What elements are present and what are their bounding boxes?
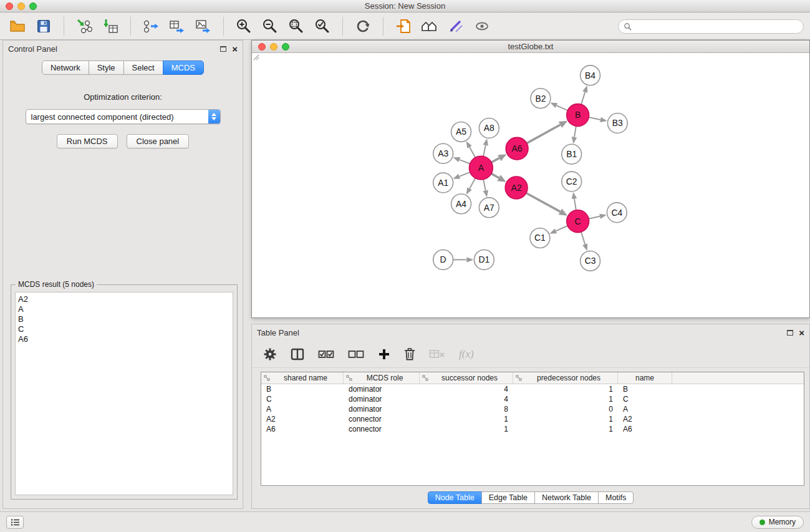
export-network-icon <box>142 17 160 35</box>
column-header-predecessor-nodes[interactable]: predecessor nodes <box>513 372 618 384</box>
memory-label: Memory <box>769 518 796 526</box>
cell-mcds-role[interactable]: connector <box>344 414 420 424</box>
save-session-button[interactable] <box>32 16 55 37</box>
refresh-button[interactable] <box>352 16 374 37</box>
tab-motifs[interactable]: Motifs <box>598 491 634 504</box>
column-header-shared-name[interactable]: shared name <box>261 372 344 384</box>
cell-predecessors[interactable]: 1 <box>513 394 618 404</box>
result-item[interactable]: B <box>18 314 230 324</box>
cell-predecessors[interactable]: 1 <box>513 424 618 434</box>
cell-mcds-role[interactable]: dominator <box>344 404 420 414</box>
session-file-button[interactable] <box>392 16 415 37</box>
result-item[interactable]: A <box>18 304 230 314</box>
close-panel-button[interactable]: Close panel <box>127 134 190 148</box>
tab-mcds[interactable]: MCDS <box>163 60 204 75</box>
tab-select[interactable]: Select <box>123 60 163 75</box>
result-item[interactable]: A6 <box>18 334 230 344</box>
tab-edge-table[interactable]: Edge Table <box>481 491 535 504</box>
delete-column-button[interactable] <box>404 347 415 360</box>
tab-network-table[interactable]: Network Table <box>534 491 599 504</box>
minimize-window-button[interactable] <box>17 2 25 10</box>
deselect-all-rows-button[interactable] <box>348 349 364 359</box>
export-image-button[interactable] <box>192 16 215 37</box>
cell-mcds-role[interactable]: dominator <box>344 394 420 404</box>
add-column-button[interactable] <box>378 348 390 360</box>
column-header-mcds-role[interactable]: MCDS role <box>344 372 420 384</box>
tab-style[interactable]: Style <box>89 60 124 75</box>
float-panel-icon[interactable] <box>220 46 226 52</box>
select-all-rows-button[interactable] <box>318 349 334 359</box>
close-window-button[interactable] <box>6 2 13 10</box>
table-body: B dominator 4 1 B C dominator 4 1 C A do… <box>261 384 804 485</box>
table-row[interactable]: A2 connector 1 1 A2 <box>261 414 804 424</box>
table-settings-button[interactable] <box>263 347 277 361</box>
hide-graphics-details-button[interactable] <box>445 16 467 37</box>
memory-button[interactable]: Memory <box>751 516 804 529</box>
run-mcds-button[interactable]: Run MCDS <box>57 134 118 148</box>
mcds-result-list[interactable]: A2 A B C A6 <box>15 292 233 495</box>
zoom-in-button[interactable] <box>233 16 255 37</box>
cell-successors[interactable]: 4 <box>420 384 513 394</box>
tab-network[interactable]: Network <box>42 60 89 75</box>
cell-successors[interactable]: 1 <box>420 414 513 424</box>
cell-shared-name[interactable]: A <box>261 404 344 414</box>
import-network-button[interactable] <box>73 16 95 37</box>
delete-table-button[interactable] <box>429 349 445 360</box>
network-canvas[interactable]: AA6A2BCA1A3A4A5A7A8B1B2B3B4C1C2C3C4DD1 <box>253 54 809 317</box>
search-input[interactable] <box>635 22 798 31</box>
cell-name[interactable]: B <box>618 384 672 394</box>
criterion-select[interactable]: largest connected component (directed) <box>26 109 221 124</box>
cell-successors[interactable]: 4 <box>420 394 513 404</box>
zoom-selected-button[interactable] <box>311 16 334 37</box>
cell-shared-name[interactable]: A6 <box>261 424 344 434</box>
column-header-name[interactable]: name <box>618 372 672 384</box>
export-table-button[interactable] <box>166 16 188 37</box>
cell-shared-name[interactable]: C <box>261 394 344 404</box>
cell-name[interactable]: A <box>618 404 672 414</box>
cell-shared-name[interactable]: A2 <box>261 414 344 424</box>
search-icon <box>624 22 632 31</box>
cell-mcds-role[interactable]: dominator <box>344 384 420 394</box>
cell-name[interactable]: A6 <box>618 424 672 434</box>
maximize-network-window-button[interactable] <box>282 43 289 51</box>
open-session-button[interactable] <box>6 16 29 37</box>
close-table-panel-icon[interactable]: × <box>799 328 804 337</box>
table-row[interactable]: B dominator 4 1 B <box>261 384 804 394</box>
result-item[interactable]: A2 <box>18 294 230 304</box>
table-row[interactable]: A6 connector 1 1 A6 <box>261 424 804 434</box>
show-columns-button[interactable] <box>291 348 304 360</box>
cell-successors[interactable]: 8 <box>420 404 513 414</box>
cell-successors[interactable]: 1 <box>420 424 513 434</box>
zoom-out-button[interactable] <box>259 16 281 37</box>
cell-name[interactable]: A2 <box>618 414 672 424</box>
show-hide-details-button[interactable] <box>471 16 493 37</box>
cell-shared-name[interactable]: B <box>261 384 344 394</box>
table-row[interactable]: C dominator 4 1 C <box>261 394 804 404</box>
toolbar-separator <box>223 17 224 36</box>
export-network-button[interactable] <box>140 16 162 37</box>
home-button[interactable] <box>418 16 441 37</box>
resize-grip-icon[interactable] <box>252 53 808 316</box>
zoom-selected-icon <box>314 17 331 35</box>
trash-icon <box>404 347 415 360</box>
close-panel-icon[interactable]: × <box>232 44 238 54</box>
result-item[interactable]: C <box>18 324 230 334</box>
maximize-window-button[interactable] <box>29 2 37 10</box>
minimize-network-window-button[interactable] <box>270 43 277 51</box>
function-builder-button[interactable]: f(x) <box>459 348 474 360</box>
float-table-panel-icon[interactable] <box>787 330 793 336</box>
cell-predecessors[interactable]: 0 <box>513 404 618 414</box>
import-table-button[interactable] <box>99 16 122 37</box>
table-row[interactable]: A dominator 8 0 A <box>261 404 804 414</box>
delete-table-icon <box>429 349 445 360</box>
cell-mcds-role[interactable]: connector <box>344 424 420 434</box>
cell-predecessors[interactable]: 1 <box>513 414 618 424</box>
zoom-fit-button[interactable] <box>285 16 307 37</box>
application-window: Session: New Session <box>0 0 810 532</box>
column-header-successor-nodes[interactable]: successor nodes <box>420 372 513 384</box>
cell-predecessors[interactable]: 1 <box>513 384 618 394</box>
tab-node-table[interactable]: Node Table <box>428 491 482 504</box>
close-network-window-button[interactable] <box>258 43 266 51</box>
task-history-button[interactable] <box>6 516 24 529</box>
cell-name[interactable]: C <box>618 394 672 404</box>
